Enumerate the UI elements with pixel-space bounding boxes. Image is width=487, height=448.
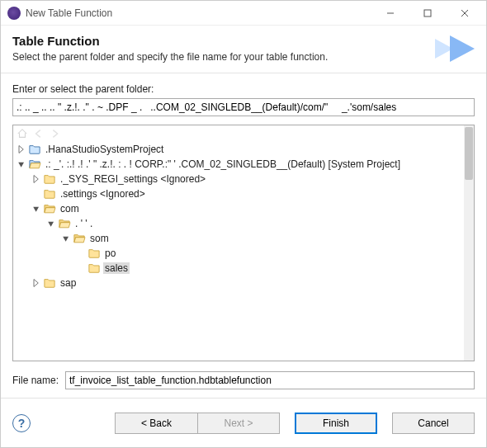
tree-row[interactable]: .HanaStudioSystemProject	[15, 142, 464, 157]
expander-none	[30, 187, 43, 200]
tree-item-label: ._SYS_REGI_settings <Ignored>	[59, 173, 207, 185]
folder-icon	[43, 188, 56, 200]
app-icon	[7, 7, 21, 20]
tree-row[interactable]: sales	[15, 261, 464, 276]
tree-item-label: sap	[59, 277, 78, 289]
help-button[interactable]: ?	[12, 414, 31, 432]
finish-button-label: Finish	[323, 417, 349, 429]
folder-open-icon	[73, 233, 86, 244]
tree-item-label: .settings <Ignored>	[59, 188, 147, 200]
tree-row[interactable]: ._SYS_REGI_settings <Ignored>	[15, 172, 464, 186]
scrollbar-thumb[interactable]	[465, 127, 473, 180]
filename-row: File name:	[12, 371, 475, 389]
home-icon[interactable]	[17, 128, 28, 139]
titlebar: New Table Function	[1, 1, 486, 26]
help-icon: ?	[18, 417, 26, 430]
folder-tree[interactable]: .HanaStudioSystemProject.: _'. :.! .! .'…	[15, 142, 464, 359]
expander-closed-icon[interactable]	[30, 276, 43, 290]
tree-item-label: .: _'. :.! .! .' " .z.!. : . ! CORP.:" '…	[44, 158, 402, 170]
wizard-arrow-icon	[435, 35, 475, 62]
minimize-button[interactable]	[371, 1, 409, 25]
expander-closed-icon[interactable]	[30, 172, 43, 186]
close-icon	[461, 9, 469, 17]
folder-open-icon	[43, 203, 56, 215]
folder-icon	[43, 173, 56, 185]
dialog-window: New Table Function Table Function Select…	[0, 0, 487, 448]
tree-item-label: .HanaStudioSystemProject	[44, 144, 165, 155]
expander-closed-icon[interactable]	[15, 143, 28, 156]
tree-row[interactable]: .: _'. :.! .! .' " .z.!. : . ! CORP.:" '…	[15, 157, 464, 172]
tree-row[interactable]: sap	[15, 276, 464, 290]
expander-open-icon[interactable]	[45, 217, 58, 230]
window-title: New Table Function	[26, 7, 371, 19]
next-button-label: Next >	[224, 417, 253, 429]
tree-item-label: com	[59, 203, 81, 215]
svg-rect-1	[424, 10, 431, 17]
tree-row[interactable]: com	[15, 201, 464, 216]
dialog-footer: ? < Back Next > Finish Cancel	[1, 398, 486, 447]
back-button-label: < Back	[141, 417, 172, 429]
folder-icon	[43, 277, 56, 289]
banner-subheading: Select the parent folder and specify the…	[12, 51, 428, 63]
expander-open-icon[interactable]	[30, 202, 43, 215]
filename-input[interactable]	[65, 371, 475, 389]
dialog-body: Enter or select the parent folder: .Hana…	[1, 73, 486, 398]
cancel-button[interactable]: Cancel	[392, 413, 475, 434]
maximize-icon	[423, 9, 432, 17]
tree-row[interactable]: . ' ' .	[15, 216, 464, 231]
tree-item-label: sales	[103, 262, 130, 274]
expander-none	[74, 247, 87, 260]
wizard-banner: Table Function Select the parent folder …	[1, 26, 486, 73]
tree-item-label: . ' ' .	[73, 218, 94, 229]
folder-icon	[87, 248, 101, 259]
minimize-icon	[386, 9, 395, 17]
folder-tree-panel: .HanaStudioSystemProject.: _'. :.! .! .'…	[12, 125, 475, 361]
parent-folder-label: Enter or select the parent folder:	[12, 83, 475, 95]
project-closed-icon	[28, 144, 41, 155]
finish-button[interactable]: Finish	[295, 413, 377, 434]
back-icon[interactable]	[33, 128, 45, 139]
filename-label: File name:	[12, 375, 59, 386]
tree-row[interactable]: .settings <Ignored>	[15, 186, 464, 201]
banner-heading: Table Function	[12, 34, 428, 48]
expander-none	[74, 262, 87, 275]
tree-item-label: som	[88, 233, 111, 244]
tree-item-label: po	[103, 248, 117, 259]
expander-open-icon[interactable]	[59, 232, 73, 245]
maximize-button[interactable]	[409, 1, 446, 25]
folder-open-icon	[58, 218, 71, 229]
back-button[interactable]: < Back	[115, 413, 197, 434]
tree-row[interactable]: som	[15, 231, 464, 246]
forward-icon[interactable]	[50, 128, 61, 139]
parent-folder-input[interactable]	[12, 98, 475, 116]
tree-row[interactable]: po	[15, 246, 464, 261]
next-button: Next >	[197, 413, 280, 434]
close-button[interactable]	[446, 1, 483, 25]
tree-toolbar	[13, 125, 464, 142]
project-open-icon	[28, 158, 41, 170]
cancel-button-label: Cancel	[418, 417, 448, 429]
folder-icon	[87, 262, 101, 274]
expander-open-icon[interactable]	[15, 158, 28, 171]
tree-scrollbar[interactable]	[464, 125, 474, 361]
